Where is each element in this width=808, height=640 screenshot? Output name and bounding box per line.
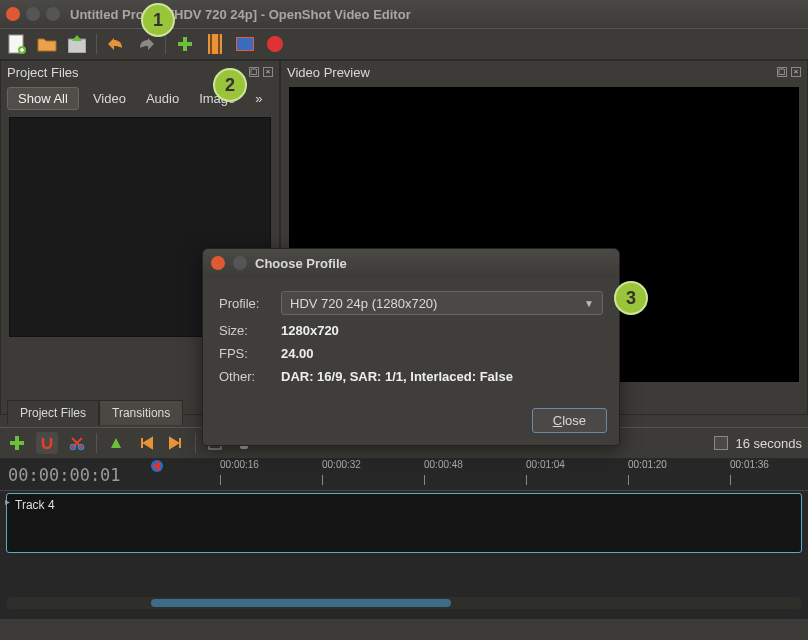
panel-undock-icon[interactable]: ▢ [249,67,259,77]
other-label: Other: [219,369,271,384]
close-button[interactable]: Close [532,408,607,433]
export-icon[interactable] [264,33,286,55]
panel-close-icon[interactable]: × [791,67,801,77]
fps-value: 24.00 [281,346,314,361]
dialog-min-icon[interactable] [233,256,247,270]
zoom-label: 16 seconds [736,436,803,451]
main-toolbar [0,28,808,60]
save-file-icon[interactable] [66,33,88,55]
window-title: Untitled Project [HDV 720 24p] - OpenSho… [70,7,411,22]
dialog-titlebar[interactable]: Choose Profile [203,249,619,277]
ruler-tick: 00:00:48 [424,459,463,470]
size-value: 1280x720 [281,323,339,338]
filter-more[interactable]: » [249,91,268,106]
svg-point-7 [267,36,283,52]
timeline: 00:00:00:01 00:00:16 00:00:32 00:00:48 0… [0,459,808,619]
current-time: 00:00:00:01 [0,459,150,490]
profile-value: HDV 720 24p (1280x720) [290,296,437,311]
close-button-rest: lose [562,413,586,428]
ruler-tick: 00:00:32 [322,459,361,470]
window-maximize-icon[interactable] [46,7,60,21]
svg-rect-4 [210,34,212,54]
new-file-icon[interactable] [6,33,28,55]
razor-icon[interactable] [66,432,88,454]
ruler-tick: 00:01:04 [526,459,565,470]
open-file-icon[interactable] [36,33,58,55]
ruler-tick: 00:01:20 [628,459,667,470]
filter-show-all[interactable]: Show All [7,87,79,110]
project-files-title: Project Files [7,65,79,80]
tab-project-files[interactable]: Project Files [7,400,99,425]
ruler-tick: 00:01:36 [730,459,769,470]
profile-label: Profile: [219,296,271,311]
panel-close-icon[interactable]: × [263,67,273,77]
callout-3: 3 [614,281,648,315]
size-label: Size: [219,323,271,338]
svg-rect-5 [218,34,220,54]
fullscreen-icon[interactable] [234,33,256,55]
tab-transitions[interactable]: Transitions [99,400,183,425]
add-track-icon[interactable] [6,432,28,454]
window-close-icon[interactable] [6,7,20,21]
callout-2: 2 [213,68,247,102]
window-titlebar: Untitled Project [HDV 720 24p] - OpenSho… [0,0,808,28]
undo-icon[interactable] [105,33,127,55]
video-preview-title: Video Preview [287,65,370,80]
svg-rect-6 [236,37,254,51]
toolbar-separator [96,34,97,54]
marker-icon[interactable] [105,432,127,454]
zoom-box-icon[interactable] [714,436,728,450]
dialog-close-icon[interactable] [211,256,225,270]
dialog-title: Choose Profile [255,256,347,271]
svg-rect-2 [68,39,86,53]
track-label: Track 4 [15,498,55,512]
other-value: DAR: 16/9, SAR: 1/1, Interlaced: False [281,369,513,384]
prev-marker-icon[interactable] [135,432,157,454]
next-marker-icon[interactable] [165,432,187,454]
window-minimize-icon[interactable] [26,7,40,21]
timeline-scrollbar[interactable] [6,597,802,609]
ruler-ticks[interactable]: 00:00:16 00:00:32 00:00:48 00:01:04 00:0… [150,459,808,490]
choose-profile-dialog: Choose Profile Profile: HDV 720 24p (128… [202,248,620,446]
profile-combobox[interactable]: HDV 720 24p (1280x720) ▼ [281,291,603,315]
track-row[interactable]: ▸ Track 4 [6,493,802,553]
toolbar-separator [96,433,97,453]
toolbar-separator [195,433,196,453]
snap-icon[interactable] [36,432,58,454]
filter-audio[interactable]: Audio [140,88,185,109]
chevron-down-icon: ▼ [584,298,594,309]
panel-undock-icon[interactable]: ▢ [777,67,787,77]
profile-icon[interactable] [204,33,226,55]
callout-1: 1 [141,3,175,37]
timeline-ruler[interactable]: 00:00:00:01 00:00:16 00:00:32 00:00:48 0… [0,459,808,491]
import-icon[interactable] [174,33,196,55]
chevron-right-icon[interactable]: ▸ [5,496,10,507]
scrollbar-thumb[interactable] [151,599,451,607]
filter-video[interactable]: Video [87,88,132,109]
ruler-tick: 00:00:16 [220,459,259,470]
fps-label: FPS: [219,346,271,361]
toolbar-separator [165,34,166,54]
